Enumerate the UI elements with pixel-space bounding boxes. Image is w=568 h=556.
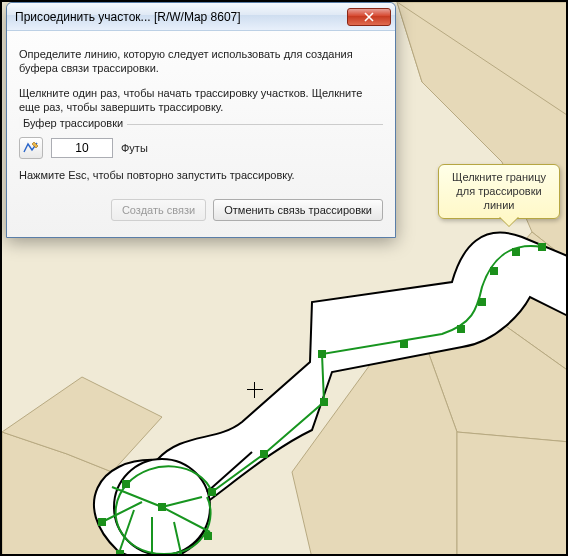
buffer-group: Буфер трассировки Футы (19, 124, 383, 159)
svg-rect-16 (318, 350, 326, 358)
instruction-line-1: Определите линию, которую следует исполь… (19, 47, 383, 76)
hint-callout-text: Щелкните границу для трассировки линии (452, 171, 546, 211)
instruction-line-2: Щелкните один раз, чтобы начать трассиро… (19, 86, 383, 115)
svg-rect-13 (478, 298, 486, 306)
close-button[interactable] (347, 8, 391, 26)
svg-rect-15 (400, 340, 408, 348)
svg-rect-10 (538, 243, 546, 251)
svg-rect-23 (116, 550, 124, 556)
svg-marker-8 (457, 432, 568, 556)
svg-rect-21 (122, 480, 130, 488)
trace-pencil-icon (23, 141, 39, 155)
svg-rect-18 (260, 450, 268, 458)
hint-callout: Щелкните границу для трассировки линии (438, 164, 560, 219)
svg-rect-12 (490, 267, 498, 275)
close-icon (364, 12, 374, 22)
svg-rect-20 (158, 503, 166, 511)
buffer-group-label: Буфер трассировки (19, 117, 127, 129)
trace-tool-button[interactable] (19, 137, 43, 159)
trace-dialog: Присоединить участок... [R/W/Map 8607] О… (6, 2, 396, 238)
svg-rect-26 (204, 532, 212, 540)
buffer-value-input[interactable] (51, 138, 113, 158)
create-links-button[interactable]: Создать связи (111, 199, 206, 221)
svg-rect-14 (457, 325, 465, 333)
svg-rect-17 (320, 398, 328, 406)
svg-rect-22 (98, 518, 106, 526)
dialog-titlebar[interactable]: Присоединить участок... [R/W/Map 8607] (7, 3, 395, 31)
svg-rect-19 (208, 488, 216, 496)
cancel-trace-button[interactable]: Отменить связь трассировки (213, 199, 383, 221)
cursor-crosshair (247, 382, 263, 398)
dialog-title: Присоединить участок... [R/W/Map 8607] (15, 10, 347, 24)
esc-hint: Нажмите Esc, чтобы повторно запустить тр… (19, 169, 383, 181)
buffer-units-label: Футы (121, 142, 148, 154)
svg-rect-11 (512, 248, 520, 256)
